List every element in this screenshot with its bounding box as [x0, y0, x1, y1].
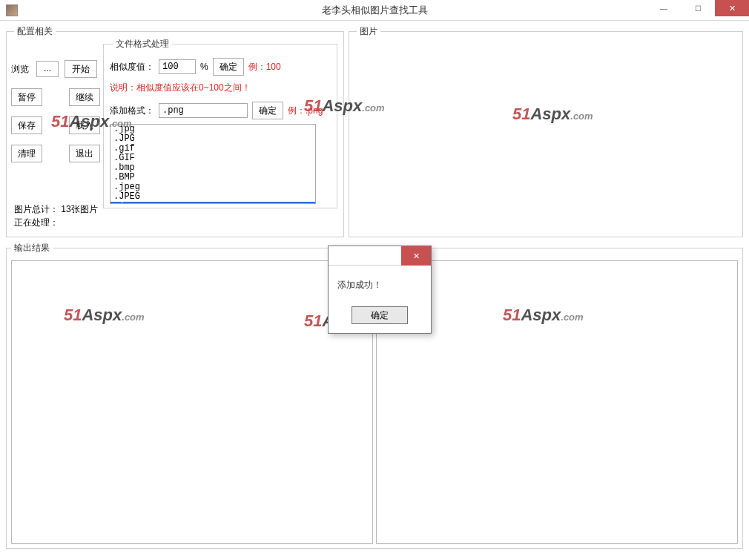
similarity-label: 相似度值：: [110, 61, 154, 73]
similarity-input[interactable]: [159, 59, 196, 74]
watermark: 51Aspx.com: [64, 306, 145, 325]
list-item[interactable]: .jpg: [110, 202, 315, 204]
add-format-example: 例：.png: [288, 105, 323, 117]
list-item[interactable]: .jpeg: [110, 182, 315, 192]
similarity-note: 说明：相似度值应该在0~100之间！: [110, 82, 331, 94]
message-dialog: 添加成功！ 确定: [328, 246, 432, 334]
add-format-label: 添加格式：: [110, 105, 154, 117]
processing-label: 正在处理：: [14, 217, 59, 228]
output-panel-left[interactable]: 51Aspx.com: [11, 260, 373, 544]
list-item[interactable]: .JPEG: [110, 192, 315, 202]
dialog-message: 添加成功！: [329, 266, 431, 296]
start-button[interactable]: 开始: [65, 60, 97, 78]
list-item[interactable]: .gif: [110, 144, 315, 154]
list-item[interactable]: .GIF: [110, 154, 315, 163]
total-value: 13张图片: [61, 204, 97, 214]
window-controls: [647, 0, 749, 16]
close-button[interactable]: [715, 0, 749, 16]
watermark: 51Aspx.com: [512, 105, 593, 124]
dialog-ok-button[interactable]: 确定: [352, 306, 408, 324]
image-group: 图片 51Aspx.com: [349, 25, 743, 237]
list-item[interactable]: .jpg: [110, 125, 315, 134]
list-item[interactable]: .BMP: [110, 173, 315, 182]
list-item[interactable]: .JPG: [110, 134, 315, 144]
browse-label: 浏览: [11, 63, 30, 76]
app-icon: [6, 4, 18, 16]
clear-button[interactable]: 清理: [11, 145, 42, 162]
exit-button[interactable]: 退出: [69, 145, 100, 162]
similarity-confirm-button[interactable]: 确定: [213, 58, 244, 76]
percent-label: %: [200, 62, 208, 72]
similarity-example: 例：100: [248, 61, 281, 73]
status-area: 图片总计： 13张图片 正在处理：: [14, 202, 98, 229]
config-legend: 配置相关: [14, 25, 56, 38]
maximize-button[interactable]: [681, 0, 715, 16]
image-legend: 图片: [357, 25, 380, 38]
config-group: 配置相关 浏览 ... 开始 暂停 继续 保存 载入: [6, 25, 344, 237]
minimize-button[interactable]: [647, 0, 681, 16]
dialog-close-button[interactable]: [401, 246, 431, 266]
watermark: 51Aspx.com: [503, 306, 584, 325]
window-title: 老李头相似图片查找工具: [0, 4, 749, 17]
add-format-confirm-button[interactable]: 确定: [252, 102, 283, 119]
pause-button[interactable]: 暂停: [11, 88, 42, 106]
titlebar: 老李头相似图片查找工具: [0, 0, 749, 21]
save-button[interactable]: 保存: [11, 116, 42, 134]
output-legend: 输出结果: [11, 242, 53, 254]
dialog-titlebar: [329, 246, 431, 266]
format-group: 文件格式处理 相似度值： % 确定 例：100 说明：相似度值应该在0~100之…: [103, 38, 337, 208]
format-listbox[interactable]: .jpg.JPG.gif.GIF.bmp.BMP.jpeg.JPEG.jpg: [110, 124, 316, 204]
total-label: 图片总计：: [14, 204, 59, 214]
list-item[interactable]: .bmp: [110, 163, 315, 173]
continue-button[interactable]: 继续: [69, 88, 100, 106]
load-button[interactable]: 载入: [69, 116, 100, 134]
browse-button[interactable]: ...: [36, 61, 59, 77]
format-legend: 文件格式处理: [113, 38, 172, 50]
add-format-input[interactable]: [159, 103, 248, 118]
